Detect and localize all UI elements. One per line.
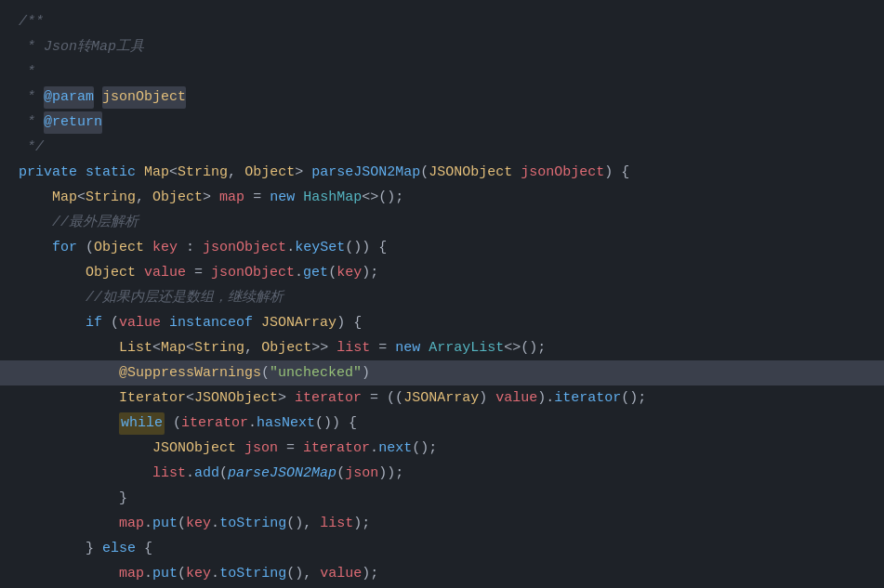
new-keyword: new [270,187,295,209]
object-type: Object [86,262,136,284]
keyset-method: keySet [295,237,345,259]
angle-bracket: < [77,187,86,209]
space [253,312,261,334]
string-type: String [178,162,228,184]
parens-semi: (); [621,387,646,410]
key-ref2: key [186,513,211,535]
code-line-8: Map < String , Object > map = new HashMa… [0,185,884,210]
put-method2: put [152,563,178,585]
hasnext-method: hasNext [257,412,315,435]
comma: , [244,337,261,359]
instanceof-keyword: instanceof [169,312,253,334]
map-type: Map [161,337,186,359]
iterator-method: iterator [554,387,621,410]
angle-close: > [295,162,311,184]
string-type: String [194,337,244,359]
key-ref: key [336,262,362,284]
comma-value: (), [286,563,320,585]
tostring-method2: toString [219,563,286,585]
iterator-type: Iterator [119,387,186,410]
code-line-21: map . put ( key . toString (), list ); [0,511,884,536]
indent [19,212,52,234]
list-ref2: list [320,513,353,535]
param-var: jsonObject [521,162,604,184]
parens-brace: ()) { [315,412,357,435]
space [136,162,144,184]
jsonobject-type: JSONObject [194,387,278,410]
close-semi: ); [353,513,370,535]
space [161,312,169,334]
equals: = [370,337,395,359]
space [144,237,152,259]
if-keyword: if [86,312,102,334]
dot: . [248,412,257,435]
space [295,187,303,209]
json-object-ref: jsonObject [211,262,295,284]
comment-space [94,86,102,109]
put-method: put [152,513,178,535]
code-line-22: } else { [0,536,884,561]
code-line-4: * @param jsonObject [0,85,884,110]
dot-method: . [286,237,295,259]
code-line-7: private static Map < String , Object > p… [0,160,884,185]
colon: : [178,237,203,259]
angle-open2: < [186,337,194,359]
angle-open: < [169,162,178,184]
indent [19,438,152,460]
space: ( [77,237,94,259]
code-line-11: Object value = jsonObject . get ( key ); [0,260,884,285]
indent [19,337,119,359]
annotation-value: "unchecked" [270,362,362,385]
close-semi2: ); [362,563,378,585]
parens: ( [328,262,336,284]
code-line-17: while ( iterator . hasNext ()) { [0,411,884,436]
comment-text: * [19,86,44,109]
indent [19,387,119,410]
angle-close: > [278,387,295,410]
dot: . [144,563,152,585]
next-method: next [378,438,412,460]
for-keyword: for [52,237,77,259]
key-var: key [152,237,178,259]
equals: = [186,262,211,284]
string-type: String [86,187,136,209]
list-type: List [119,337,152,359]
dot: . [295,262,303,284]
code-line-18: JSONObject json = iterator . next (); [0,436,884,461]
map-ref: map [119,513,144,535]
jsonarray-type: JSONArray [261,312,336,334]
annotation: @SuppressWarnings [119,362,261,385]
code-line-5: * @return [0,110,884,135]
paren-open: ( [178,513,186,535]
json-var: json [244,438,278,460]
list-ref: list [152,463,186,485]
indent [19,287,86,309]
value-ref2: value [495,387,537,410]
indent [19,563,119,585]
code-line-2: * Json转Map工具 [0,34,884,59]
parens: ( [336,463,345,485]
inline-comment: //如果内层还是数组，继续解析 [86,287,284,309]
code-line-23: map . put ( key . toString (), value ); [0,561,884,586]
else-keyword: else [102,538,136,560]
hashmap-class: HashMap [303,187,362,209]
paren-close: ) [362,362,370,385]
dot: . [370,438,378,460]
space [77,162,86,184]
object-type: Object [244,162,295,184]
jsonobject-type: JSONObject [152,438,236,460]
brace-open: { [136,538,152,560]
indent [19,312,86,334]
map-var: map [219,187,244,209]
angle-close: > [203,187,219,209]
paren-close: ) { [604,162,629,184]
double-close: )); [378,463,403,485]
brace-close: } [86,538,102,560]
dot-method: ). [537,387,554,410]
equals: = [244,187,270,209]
map-type: Map [52,187,77,209]
indent [19,187,52,209]
map-type: Map [144,162,169,184]
code-line-20: } [0,486,884,511]
comment-text: /** [19,11,44,33]
